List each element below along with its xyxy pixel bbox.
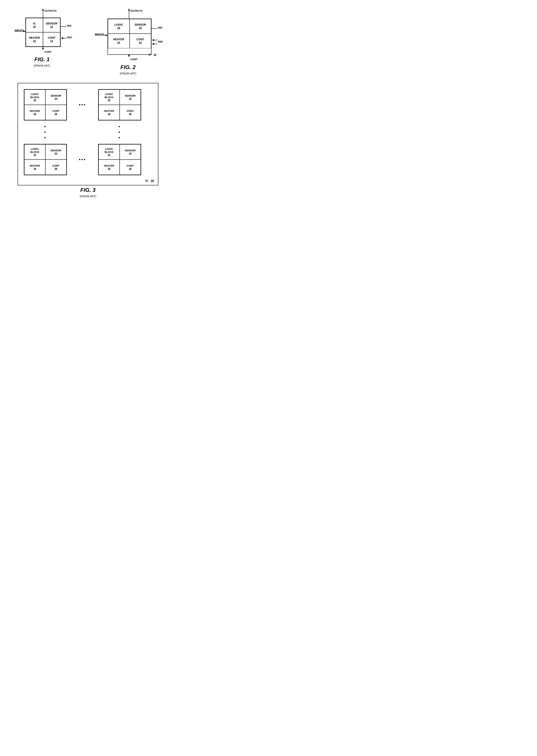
- fig3-unit4-logic: LOGICBLOCK 32: [99, 144, 120, 160]
- fig3-unit3-sensor: SENSOR 34: [45, 144, 66, 160]
- fig3-title: FIG. 3: [80, 187, 96, 193]
- fig1-ref-label: REF: [67, 36, 72, 39]
- fig2-ind-label: IND: [158, 26, 162, 29]
- fig3-bottom-row: LOGICBLOCK 32 SENSOR 34 HEATER 38 CONT 3…: [24, 144, 152, 175]
- svg-marker-17: [152, 43, 154, 45]
- fig1-cont-cell: CONT 14: [43, 32, 60, 47]
- fig3-unit1-sensor: SENSOR 34: [45, 90, 66, 105]
- svg-marker-10: [128, 9, 130, 11]
- svg-marker-6: [61, 37, 63, 39]
- fig3-unit2-sensor: SENSOR 34: [120, 90, 141, 105]
- fig3-vert-dots1: •••: [44, 128, 47, 136]
- svg-marker-15: [152, 39, 154, 41]
- fig1-heater-cell: HEATER 16: [26, 32, 43, 47]
- fig2-title: FIG. 2: [120, 64, 136, 70]
- fig1-cont-label: CONT: [44, 51, 52, 53]
- fig1-sensor-cell: SENSOR 12: [43, 18, 60, 32]
- fig3-dots-col2: •••: [98, 128, 141, 136]
- fig3-unit1-heater: HEATER 38: [24, 105, 45, 120]
- fig1-ic-cell: IC 10: [26, 18, 43, 32]
- fig2-logic-cell: LOGIC 26: [108, 19, 130, 34]
- fig3-unit3-cont: CONT 36: [45, 160, 66, 175]
- fig3-unit4-sensor: SENSOR 34: [120, 144, 141, 160]
- fig1-title: FIG. 1: [34, 56, 50, 63]
- fig3-unit1-cont: CONT 36: [45, 105, 66, 120]
- fig2-container: OUTPUTS INPUTS IND REF CONT IC 18 LOGIC: [93, 8, 163, 75]
- fig3-section: LOGICBLOCK 32 SENSOR 34 HEATER 38 CONT 3…: [4, 83, 172, 198]
- fig2-ic-num: 18: [153, 53, 156, 56]
- fig3-dots-col1: •••: [24, 128, 67, 136]
- fig3-bottom-dots-h: •••: [79, 157, 86, 162]
- page: OUTPUTS INPUTS IND REF CONT IC 10: [4, 4, 172, 198]
- svg-marker-8: [42, 47, 44, 49]
- fig3-vert-dots2: •••: [118, 128, 121, 136]
- fig1-ind-label: IND: [67, 24, 71, 27]
- fig3-outer-box: LOGICBLOCK 32 SENSOR 34 HEATER 38 CONT 3…: [18, 83, 158, 186]
- fig2-heater-cell: HEATER 24: [108, 34, 130, 48]
- fig3-unit2-logic: LOGICBLOCK 32: [99, 90, 120, 105]
- fig2-cont-cell: CONT 22: [130, 34, 151, 48]
- fig3-unit2: LOGICBLOCK 32 SENSOR 34 HEATER 38 CONT 3…: [98, 89, 141, 120]
- fig2-cont-label: CONT: [130, 58, 138, 61]
- fig2-diagram: OUTPUTS INPUTS IND REF CONT IC 18 LOGIC: [93, 8, 163, 63]
- fig1-outputs-label: OUTPUTS: [44, 9, 57, 12]
- fig2-sensor-cell: SENSOR 20: [130, 19, 151, 34]
- fig2-subtitle: (PRIOR ART): [120, 72, 137, 75]
- fig3-ic-label: IC 30: [145, 179, 154, 182]
- fig2-inputs-label: INPUTS: [95, 33, 104, 36]
- fig3-dots-row: ••• •••: [24, 128, 152, 136]
- fig3-unit4-heater: HEATER 38: [99, 160, 120, 175]
- fig3-unit3: LOGICBLOCK 32 SENSOR 34 HEATER 38 CONT 3…: [24, 144, 67, 175]
- fig2-outputs-label: OUTPUTS: [130, 9, 143, 12]
- fig3-unit2-cont: CONT 36: [120, 105, 141, 120]
- svg-marker-1: [42, 9, 44, 11]
- fig1-ic-box: IC 10 SENSOR 12 HEATER 16 CONT: [25, 18, 61, 47]
- fig2-outer-box: LOGIC 26 SENSOR 20 HEATER 24 CONT: [107, 19, 151, 55]
- fig3-unit1-logic: LOGICBLOCK 32: [24, 90, 45, 105]
- fig3-unit4: LOGICBLOCK 32 SENSOR 34 HEATER 38 CONT 3…: [98, 144, 141, 175]
- fig3-subtitle: (PRIOR ART): [80, 195, 96, 198]
- fig3-top-row: LOGICBLOCK 32 SENSOR 34 HEATER 38 CONT 3…: [24, 89, 152, 120]
- fig3-unit3-logic: LOGICBLOCK 32: [24, 144, 45, 160]
- top-row: OUTPUTS INPUTS IND REF CONT IC 10: [4, 4, 172, 75]
- fig1-container: OUTPUTS INPUTS IND REF CONT IC 10: [13, 8, 71, 75]
- fig3-unit3-heater: HEATER 38: [24, 160, 45, 175]
- svg-marker-12: [105, 34, 107, 36]
- fig1-subtitle: (PRIOR ART): [34, 64, 51, 67]
- fig2-ref-label: REF: [158, 40, 163, 43]
- fig3-unit4-cont: CONT 36: [120, 160, 141, 175]
- fig3-top-dots-h: •••: [79, 102, 86, 107]
- fig1-inputs-label: INPUTS: [15, 29, 24, 32]
- fig3-unit2-heater: HEATER 38: [99, 105, 120, 120]
- fig3-unit1: LOGICBLOCK 32 SENSOR 34 HEATER 38 CONT 3…: [24, 89, 67, 120]
- fig1-diagram: OUTPUTS INPUTS IND REF CONT IC 10: [13, 8, 71, 55]
